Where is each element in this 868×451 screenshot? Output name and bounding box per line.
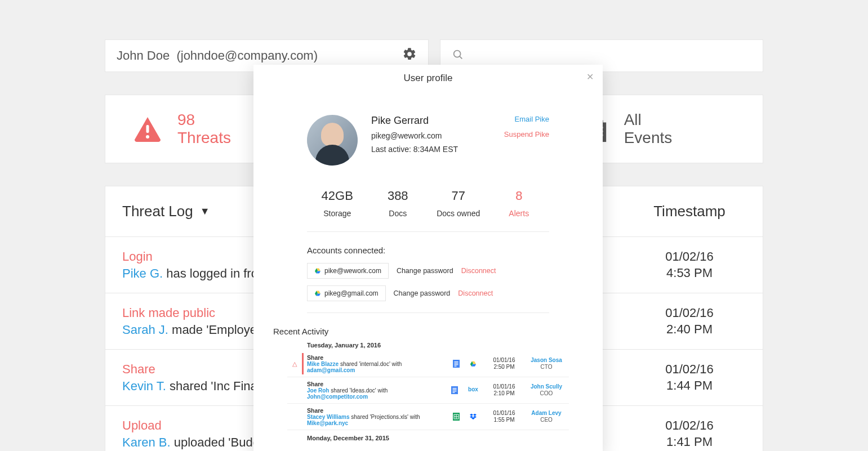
- account-badge: pikeg@gmail.com: [307, 285, 386, 301]
- modal-title: User profile: [253, 73, 603, 84]
- svg-rect-14: [455, 363, 459, 364]
- gear-icon[interactable]: [402, 47, 417, 65]
- activity-timestamp: 01/01/162:10 PM: [484, 383, 524, 397]
- svg-line-1: [459, 56, 461, 59]
- stat-item: 388Docs: [368, 189, 429, 218]
- threat-actor[interactable]: Pike G.: [122, 266, 163, 280]
- svg-rect-21: [453, 392, 455, 393]
- svg-rect-12: [453, 360, 460, 368]
- activity-actor[interactable]: Stacey Williams: [307, 414, 350, 420]
- account-row: pike@wework.com Change password Disconne…: [307, 263, 549, 279]
- user-email: (johndoe@company.com): [176, 48, 318, 63]
- svg-rect-17: [451, 386, 458, 394]
- activity-person[interactable]: Jason Sosa: [524, 357, 569, 364]
- activity-target[interactable]: adam@gmail.com: [307, 367, 355, 373]
- threat-timestamp: 01/02/161:44 PM: [616, 361, 763, 394]
- user-name: John Doe: [117, 48, 170, 63]
- threat-timestamp: 01/02/162:40 PM: [616, 305, 763, 337]
- profile-name: Pike Gerrard: [371, 115, 458, 127]
- svg-rect-16: [455, 366, 457, 367]
- events-label-2: Events: [624, 129, 673, 147]
- close-icon[interactable]: ✕: [586, 72, 594, 82]
- svg-point-3: [146, 135, 149, 139]
- change-password-link[interactable]: Change password: [397, 267, 453, 275]
- disconnect-link[interactable]: Disconnect: [458, 289, 493, 297]
- account-badge: pike@wework.com: [307, 263, 389, 279]
- threat-timestamp: 01/02/164:53 PM: [616, 249, 763, 281]
- disconnect-link[interactable]: Disconnect: [461, 267, 496, 275]
- svg-rect-19: [453, 390, 457, 390]
- profile-last-active: Last active: 8:34AM EST: [371, 145, 458, 154]
- alert-triangle-icon: [133, 115, 162, 143]
- activity-date-header: Monday, December 31, 2015: [287, 435, 569, 441]
- svg-rect-13: [455, 361, 459, 362]
- activity-person[interactable]: Adam Levy: [524, 410, 569, 417]
- threat-actor[interactable]: Kevin T.: [122, 379, 166, 393]
- sort-icon[interactable]: ▼: [200, 206, 210, 217]
- table-header-right: Timestamp: [616, 203, 763, 220]
- activity-target[interactable]: Mike@park.nyc: [307, 420, 348, 426]
- threat-actor[interactable]: Sarah J.: [122, 323, 168, 337]
- threat-timestamp: 01/02/161:41 PM: [616, 418, 763, 450]
- activity-actor[interactable]: Mike Blazze: [307, 361, 339, 367]
- threat-actor[interactable]: Karen B.: [122, 435, 171, 449]
- suspend-user-link[interactable]: Suspend Pike: [504, 130, 549, 139]
- activity-row[interactable]: △ Share Mike Blazze shared 'internal.doc…: [287, 351, 569, 377]
- avatar: [307, 115, 358, 166]
- activity-row[interactable]: Share Joe Roh shared 'Ideas.doc' with Jo…: [287, 377, 569, 404]
- alert-triangle-icon: △: [287, 360, 302, 368]
- activity-target[interactable]: John@competitor.com: [307, 394, 368, 400]
- recent-activity-title: Recent Activity: [253, 327, 603, 336]
- activity-timestamp: 01/01/162:50 PM: [484, 357, 524, 370]
- account-row: pikeg@gmail.com Change password Disconne…: [307, 285, 549, 301]
- search-icon: [452, 48, 464, 63]
- user-profile-modal: ✕ User profile Pike Gerrard pikeg@wework…: [253, 65, 603, 451]
- stat-item: 8Alerts: [489, 189, 550, 218]
- threats-label: Threats: [177, 129, 231, 147]
- events-label-1: All: [624, 111, 673, 129]
- table-header-left: Threat Log: [122, 203, 193, 220]
- stat-item: 77Docs owned: [428, 189, 489, 218]
- stat-item: 42GBStorage: [307, 189, 368, 218]
- activity-timestamp: 01/01/161:55 PM: [484, 410, 524, 423]
- svg-rect-15: [455, 364, 459, 365]
- svg-rect-2: [146, 125, 149, 133]
- svg-rect-18: [453, 388, 457, 389]
- activity-person[interactable]: John Scully: [524, 383, 569, 390]
- activity-row[interactable]: Share Stacey Williams shared 'Projection…: [287, 404, 569, 430]
- svg-point-0: [453, 51, 460, 57]
- svg-rect-20: [453, 391, 457, 391]
- activity-actor[interactable]: Joe Roh: [307, 387, 329, 394]
- accounts-title: Accounts connected:: [253, 245, 603, 255]
- activity-date-header: Tuesday, January 1, 2016: [287, 342, 569, 349]
- threats-count: 98: [177, 111, 231, 129]
- email-user-link[interactable]: Email Pike: [504, 115, 549, 123]
- change-password-link[interactable]: Change password: [394, 289, 451, 297]
- profile-email: pikeg@wework.com: [371, 131, 458, 140]
